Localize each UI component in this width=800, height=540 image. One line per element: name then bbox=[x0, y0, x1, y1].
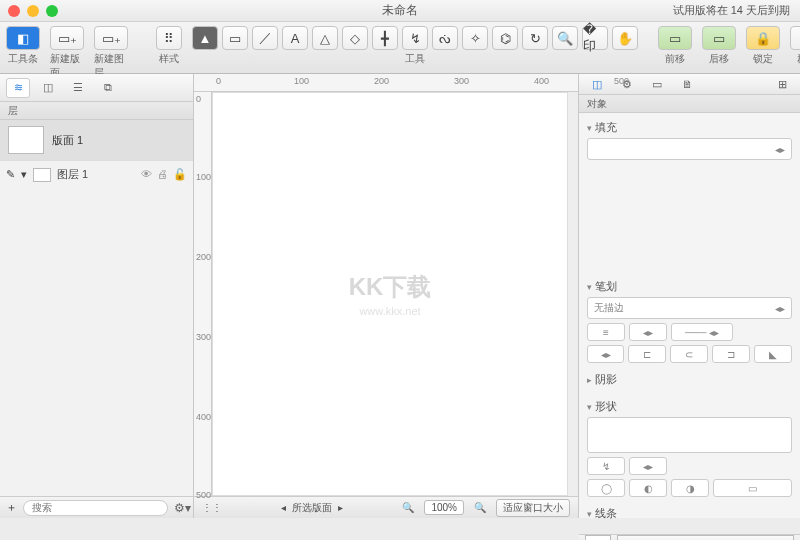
hand-tool[interactable]: ✋ bbox=[612, 26, 638, 50]
print-icon[interactable]: 🖨 bbox=[157, 168, 168, 181]
stroke-style-icon[interactable]: ≡ bbox=[587, 323, 625, 341]
line-tool[interactable]: ／ bbox=[252, 26, 278, 50]
ruler-tick: 300 bbox=[454, 76, 469, 86]
fill-well[interactable]: ◂▸ bbox=[587, 138, 792, 160]
gradient-swatch[interactable] bbox=[617, 535, 794, 540]
connect-tool[interactable]: ↯ bbox=[402, 26, 428, 50]
selection-tab-icon[interactable]: ⧉ bbox=[96, 78, 120, 98]
layers-tab-icon[interactable]: ≋ bbox=[6, 78, 30, 98]
point-tool[interactable]: ↻ bbox=[522, 26, 548, 50]
minimize-icon[interactable] bbox=[27, 5, 39, 17]
stroke-width-stepper[interactable]: ◂▸ bbox=[629, 323, 667, 341]
ruler-tick: 500 bbox=[196, 490, 211, 500]
trial-notice: 试用版将在 14 天后到期 bbox=[673, 3, 790, 18]
toolbar-toggle-button[interactable]: ◧ bbox=[6, 26, 40, 50]
send-backward-label: 后移 bbox=[709, 52, 729, 66]
node-tool[interactable]: ᔔ bbox=[432, 26, 458, 50]
ruler-tick: 200 bbox=[374, 76, 389, 86]
watermark-main: KK下载 bbox=[349, 271, 432, 303]
close-icon[interactable] bbox=[8, 5, 20, 17]
selection-tool[interactable]: ▲ bbox=[192, 26, 218, 50]
cap-butt-icon[interactable]: ⊏ bbox=[628, 345, 666, 363]
lock-layer-icon[interactable]: 🔓 bbox=[173, 168, 187, 181]
right-inspector: ◫ ⚙ ▭ 🗎 ⊞ 对象 填充 ◂▸ 笔划 无描边◂▸ ≡ ◂▸ ─── ◂▸ bbox=[578, 74, 800, 518]
op-subtract-icon[interactable]: ◐ bbox=[629, 479, 667, 497]
rect-tool[interactable]: ▭ bbox=[222, 26, 248, 50]
new-canvas-button[interactable]: ▭₊ bbox=[50, 26, 84, 50]
ruler-tick: 400 bbox=[196, 412, 211, 422]
canvas-list-item[interactable]: 版面 1 bbox=[0, 120, 193, 161]
curve-icon[interactable]: ↯ bbox=[587, 457, 625, 475]
next-canvas-icon[interactable]: ▸ bbox=[338, 502, 343, 513]
join-icon[interactable]: ◣ bbox=[754, 345, 792, 363]
op-union-icon[interactable]: ◯ bbox=[587, 479, 625, 497]
pen-tool[interactable]: △ bbox=[312, 26, 338, 50]
send-backward-button[interactable]: ▭ bbox=[702, 26, 736, 50]
inspector-header: 对象 bbox=[579, 95, 800, 113]
toolbar: ◧ 工具条 ▭₊ 新建版面 ▭₊ 新建图层 ⠿ 样式 ▲ ▭ ／ A △ ◇ ╋… bbox=[0, 22, 800, 74]
bring-forward-button[interactable]: ▭ bbox=[658, 26, 692, 50]
grid-tool[interactable]: ╋ bbox=[372, 26, 398, 50]
diamond-tool[interactable]: ✧ bbox=[462, 26, 488, 50]
lock-button[interactable]: 🔒 bbox=[746, 26, 780, 50]
stamp-tool[interactable]: �印 bbox=[582, 26, 608, 50]
scrollbar-vertical[interactable] bbox=[568, 92, 578, 496]
zoom-out-icon[interactable]: 🔍 bbox=[402, 502, 414, 513]
watermark-sub: www.kkx.net bbox=[349, 305, 432, 317]
shadow-section-title[interactable]: 阴影 bbox=[587, 369, 792, 390]
magnify-tool[interactable]: 🔍 bbox=[552, 26, 578, 50]
new-layer-button[interactable]: ▭₊ bbox=[94, 26, 128, 50]
zoom-in-icon[interactable]: 🔍 bbox=[474, 502, 486, 513]
group-button[interactable]: ⊞ bbox=[790, 26, 800, 50]
gear-icon[interactable]: ⚙︎▾ bbox=[174, 501, 191, 515]
shape-stepper[interactable]: ◂▸ bbox=[629, 457, 667, 475]
ruler-tick: 400 bbox=[534, 76, 549, 86]
object-tab-icon[interactable]: ◫ bbox=[585, 74, 609, 94]
shape-section-title[interactable]: 形状 bbox=[587, 396, 792, 417]
canvas-tab-icon[interactable]: ▭ bbox=[645, 74, 669, 94]
titlebar: 未命名 试用版将在 14 天后到期 bbox=[0, 0, 800, 22]
stroke-value: 无描边 bbox=[594, 301, 624, 315]
color-swatch[interactable] bbox=[585, 535, 611, 540]
zoom-value[interactable]: 100% bbox=[424, 500, 464, 515]
op-extra-icon[interactable]: ▭ bbox=[713, 479, 792, 497]
layer-list-item[interactable]: ✎ ▾ 图层 1 👁 🖨 🔓 bbox=[0, 161, 193, 188]
layers-section-header: 层 bbox=[0, 102, 193, 120]
prev-canvas-icon[interactable]: ◂ bbox=[281, 502, 286, 513]
cap-square-icon[interactable]: ⊐ bbox=[712, 345, 750, 363]
visibility-icon[interactable]: 👁 bbox=[141, 168, 152, 181]
disclosure-icon[interactable]: ▾ bbox=[21, 168, 27, 181]
ruler-horizontal: 0 100 200 300 400 500 bbox=[194, 74, 578, 92]
shape-well[interactable] bbox=[587, 417, 792, 453]
document-tab-icon[interactable]: 🗎 bbox=[675, 74, 699, 94]
add-icon[interactable]: ＋ bbox=[6, 500, 17, 515]
list-tab-icon[interactable]: ☰ bbox=[66, 78, 90, 98]
stroke-type-select[interactable]: 无描边◂▸ bbox=[587, 297, 792, 319]
canvas-name: 版面 1 bbox=[52, 133, 83, 148]
fit-window-button[interactable]: 适应窗口大小 bbox=[496, 499, 570, 517]
stroke-corner-select[interactable]: ◂▸ bbox=[587, 345, 624, 363]
layer-name: 图层 1 bbox=[57, 167, 88, 182]
ruler-tick: 100 bbox=[196, 172, 211, 182]
cap-round-icon[interactable]: ⊂ bbox=[670, 345, 708, 363]
op-intersect-icon[interactable]: ◑ bbox=[671, 479, 709, 497]
ruler-vertical: 0 100 200 300 400 500 bbox=[194, 92, 212, 496]
lines-section-title[interactable]: 线条 bbox=[587, 503, 792, 524]
styles-label: 样式 bbox=[159, 52, 179, 66]
search-input[interactable] bbox=[23, 500, 168, 516]
grid-view-icon[interactable]: ⊞ bbox=[770, 74, 794, 94]
link-tool[interactable]: ⌬ bbox=[492, 26, 518, 50]
outline-tab-icon[interactable]: ◫ bbox=[36, 78, 60, 98]
window-controls bbox=[8, 5, 58, 17]
text-tool[interactable]: A bbox=[282, 26, 308, 50]
stroke-section-title[interactable]: 笔划 bbox=[587, 276, 792, 297]
selected-canvas-label: 所选版面 bbox=[292, 501, 332, 515]
fill-section-title[interactable]: 填充 bbox=[587, 117, 792, 138]
zoom-icon[interactable] bbox=[46, 5, 58, 17]
canvas[interactable]: KK下载 www.kkx.net bbox=[212, 92, 568, 496]
grip-icon[interactable]: ⋮⋮ bbox=[202, 502, 222, 513]
shape-tool[interactable]: ◇ bbox=[342, 26, 368, 50]
stroke-dash-select[interactable]: ─── ◂▸ bbox=[671, 323, 733, 341]
styles-button[interactable]: ⠿ bbox=[156, 26, 182, 50]
bring-forward-label: 前移 bbox=[665, 52, 685, 66]
